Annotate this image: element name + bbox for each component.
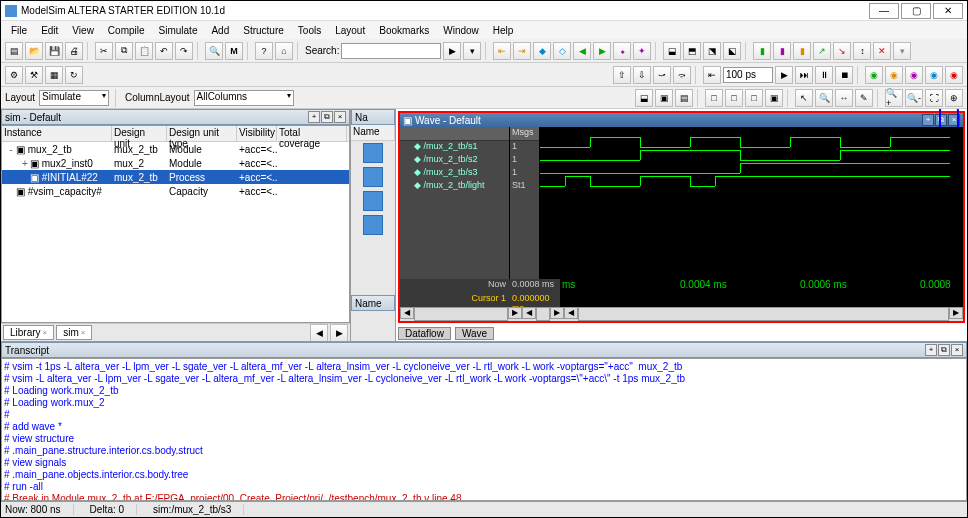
- wave-bookmark-icon[interactable]: ✦: [633, 42, 651, 60]
- zoom-icon[interactable]: 🔍: [815, 89, 833, 107]
- wave-plot-right-icon[interactable]: ▶: [949, 307, 963, 319]
- run-length-input[interactable]: [723, 67, 773, 83]
- search-options-icon[interactable]: ▾: [463, 42, 481, 60]
- context-icon[interactable]: ⌂: [275, 42, 293, 60]
- menu-window[interactable]: Window: [437, 23, 485, 38]
- sim-tree-grid[interactable]: Instance Design unit Design unit type Vi…: [1, 125, 350, 323]
- help-icon[interactable]: ?: [255, 42, 273, 60]
- break-icon[interactable]: ⏸: [815, 66, 833, 84]
- wave-sigs-right-icon[interactable]: ▶: [508, 307, 522, 319]
- show-c-icon[interactable]: □: [745, 89, 763, 107]
- wave-pane-header[interactable]: ▣ Wave - Default + ⧉ ×: [400, 113, 963, 127]
- cov-c-icon[interactable]: ◉: [905, 66, 923, 84]
- wave-dock-button[interactable]: +: [922, 114, 934, 126]
- menu-view[interactable]: View: [66, 23, 100, 38]
- zoom-cursor-icon[interactable]: ⊕: [945, 89, 963, 107]
- menu-edit[interactable]: Edit: [35, 23, 64, 38]
- tabstrip-left-icon[interactable]: ◀: [310, 324, 328, 342]
- transcript-close-button[interactable]: ×: [951, 344, 963, 356]
- wave-expand-icon[interactable]: ◆: [533, 42, 551, 60]
- maximize-button[interactable]: ▢: [901, 3, 931, 19]
- step-in-icon[interactable]: ⇩: [633, 66, 651, 84]
- table-row[interactable]: +▣ mux2_inst0mux_2Module+acc=<...: [2, 156, 349, 170]
- col-instance[interactable]: Instance: [2, 126, 112, 141]
- clear-icon[interactable]: ✕: [873, 42, 891, 60]
- table-row[interactable]: ▣ #INITIAL#22mux_2_tbProcess+acc=<...: [2, 170, 349, 184]
- open-icon[interactable]: 📂: [25, 42, 43, 60]
- wave-collapse-icon[interactable]: ◇: [553, 42, 571, 60]
- run-icon[interactable]: ▶: [775, 66, 793, 84]
- wave-find-prev-icon[interactable]: ◀: [573, 42, 591, 60]
- signal-name[interactable]: ◆ /mux_2_tb/s2: [400, 154, 509, 167]
- layout-combo[interactable]: Simulate: [39, 90, 109, 106]
- format-down-icon[interactable]: ⬒: [683, 42, 701, 60]
- wave-plot-left-icon[interactable]: ◀: [564, 307, 578, 319]
- menu-add[interactable]: Add: [205, 23, 235, 38]
- zoom-out-icon[interactable]: 🔍-: [905, 89, 923, 107]
- tab-library[interactable]: Library×: [3, 325, 54, 340]
- menu-help[interactable]: Help: [487, 23, 520, 38]
- wave-tool-c-icon[interactable]: ▤: [675, 89, 693, 107]
- cov-b-icon[interactable]: ◉: [885, 66, 903, 84]
- columnlayout-combo[interactable]: AllColumns: [194, 90, 294, 106]
- cursor-icon[interactable]: ↖: [795, 89, 813, 107]
- wave-tool-b-icon[interactable]: ▣: [655, 89, 673, 107]
- tabstrip-right-icon[interactable]: ▶: [330, 324, 348, 342]
- sim-pane-dock-button[interactable]: +: [308, 111, 320, 123]
- transcript-body[interactable]: # vsim -t 1ps -L altera_ver -L lpm_ver -…: [1, 358, 967, 501]
- col-designunittype[interactable]: Design unit type: [167, 126, 237, 141]
- objects-pane-collapsed[interactable]: Na Name Name: [351, 109, 396, 341]
- show-d-icon[interactable]: ▣: [765, 89, 783, 107]
- menu-tools[interactable]: Tools: [292, 23, 327, 38]
- show-b-icon[interactable]: □: [725, 89, 743, 107]
- tab-sim[interactable]: sim×: [56, 325, 92, 340]
- save-icon[interactable]: 💾: [45, 42, 63, 60]
- run-all-icon[interactable]: ⏭: [795, 66, 813, 84]
- format-narrow-icon[interactable]: ⬕: [723, 42, 741, 60]
- menu-bookmarks[interactable]: Bookmarks: [373, 23, 435, 38]
- wave-find-next-icon[interactable]: ▶: [593, 42, 611, 60]
- signal-name[interactable]: ◆ /mux_2_tb/s1: [400, 141, 509, 154]
- signal-a-icon[interactable]: ▮: [753, 42, 771, 60]
- paste-icon[interactable]: 📋: [135, 42, 153, 60]
- redo-icon[interactable]: ↷: [175, 42, 193, 60]
- wave-tool-a-icon[interactable]: ⬓: [635, 89, 653, 107]
- wave-toggle-icon[interactable]: ⬥: [613, 42, 631, 60]
- wave-cursor-next-icon[interactable]: ⇥: [513, 42, 531, 60]
- cut-icon[interactable]: ✂: [95, 42, 113, 60]
- signal-c-icon[interactable]: ▮: [793, 42, 811, 60]
- signal-name[interactable]: ◆ /mux_2_tb/light: [400, 180, 509, 193]
- search-next-icon[interactable]: ▶: [443, 42, 461, 60]
- signal-b-icon[interactable]: ▮: [773, 42, 791, 60]
- sim-pane-close-button[interactable]: ×: [334, 111, 346, 123]
- table-row[interactable]: ▣ #vsim_capacity#Capacity+acc=<...: [2, 184, 349, 198]
- transition-both-icon[interactable]: ↕: [853, 42, 871, 60]
- tab-dataflow[interactable]: Dataflow: [398, 327, 451, 340]
- wave-ruler[interactable]: ms 0.0004 ms 0.0006 ms 0.0008 ms: [560, 279, 963, 293]
- compile-icon[interactable]: ⚙: [5, 66, 23, 84]
- memory-icon[interactable]: M: [225, 42, 243, 60]
- col-coverage[interactable]: Total coverage: [277, 126, 347, 141]
- cov-d-icon[interactable]: ◉: [925, 66, 943, 84]
- measure-icon[interactable]: ↔: [835, 89, 853, 107]
- wave-plot-area[interactable]: [540, 127, 963, 279]
- cov-a-icon[interactable]: ◉: [865, 66, 883, 84]
- run-continue-icon[interactable]: ⤼: [673, 66, 691, 84]
- stop-icon[interactable]: ⏹: [835, 66, 853, 84]
- format-up-icon[interactable]: ⬓: [663, 42, 681, 60]
- load-icon[interactable]: ▦: [45, 66, 63, 84]
- close-button[interactable]: ✕: [933, 3, 963, 19]
- filter-icon[interactable]: ▾: [893, 42, 911, 60]
- format-wide-icon[interactable]: ⬔: [703, 42, 721, 60]
- transition-rise-icon[interactable]: ↗: [813, 42, 831, 60]
- menu-file[interactable]: File: [5, 23, 33, 38]
- wave-sigs-left-icon[interactable]: ◀: [400, 307, 414, 319]
- zoom-full-icon[interactable]: ⛶: [925, 89, 943, 107]
- show-a-icon[interactable]: □: [705, 89, 723, 107]
- transcript-undock-button[interactable]: ⧉: [938, 344, 950, 356]
- new-icon[interactable]: ▤: [5, 42, 23, 60]
- col-visibility[interactable]: Visibility: [237, 126, 277, 141]
- tab-wave[interactable]: Wave: [455, 327, 494, 340]
- wave-msgs-left-icon[interactable]: ◀: [522, 307, 536, 319]
- signal-name[interactable]: ◆ /mux_2_tb/s3: [400, 167, 509, 180]
